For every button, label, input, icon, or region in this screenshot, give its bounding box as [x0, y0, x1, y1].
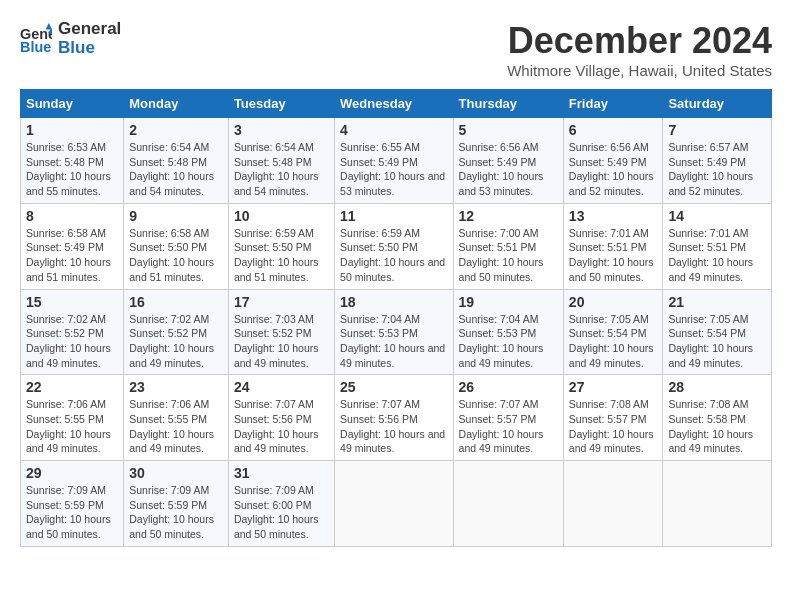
- day-number: 28: [668, 379, 766, 395]
- header-tuesday: Tuesday: [228, 90, 334, 118]
- day-sunrise: Sunrise: 7:09 AM: [234, 484, 314, 496]
- day-number: 18: [340, 294, 447, 310]
- day-sunrise: Sunrise: 7:06 AM: [129, 398, 209, 410]
- calendar-cell: 26Sunrise: 7:07 AMSunset: 5:57 PMDayligh…: [453, 375, 563, 461]
- svg-text:Blue: Blue: [20, 38, 51, 54]
- day-number: 31: [234, 465, 329, 481]
- calendar-cell: 15Sunrise: 7:02 AMSunset: 5:52 PMDayligh…: [21, 289, 124, 375]
- day-sunset: Sunset: 5:55 PM: [129, 413, 207, 425]
- header-friday: Friday: [563, 90, 663, 118]
- calendar-cell: 10Sunrise: 6:59 AMSunset: 5:50 PMDayligh…: [228, 203, 334, 289]
- day-number: 12: [459, 208, 558, 224]
- calendar-row: 29Sunrise: 7:09 AMSunset: 5:59 PMDayligh…: [21, 461, 772, 547]
- day-sunrise: Sunrise: 7:08 AM: [569, 398, 649, 410]
- calendar-cell: 14Sunrise: 7:01 AMSunset: 5:51 PMDayligh…: [663, 203, 772, 289]
- day-daylight: Daylight: 10 hours and 52 minutes.: [569, 170, 654, 197]
- day-number: 29: [26, 465, 118, 481]
- day-sunset: Sunset: 5:52 PM: [234, 327, 312, 339]
- day-sunset: Sunset: 5:52 PM: [129, 327, 207, 339]
- day-number: 4: [340, 122, 447, 138]
- day-daylight: Daylight: 10 hours and 50 minutes.: [129, 513, 214, 540]
- day-daylight: Daylight: 10 hours and 50 minutes.: [569, 256, 654, 283]
- day-sunrise: Sunrise: 7:07 AM: [234, 398, 314, 410]
- day-number: 9: [129, 208, 223, 224]
- day-daylight: Daylight: 10 hours and 49 minutes.: [26, 428, 111, 455]
- day-number: 21: [668, 294, 766, 310]
- day-sunrise: Sunrise: 6:56 AM: [459, 141, 539, 153]
- day-daylight: Daylight: 10 hours and 49 minutes.: [234, 428, 319, 455]
- day-sunset: Sunset: 5:49 PM: [459, 156, 537, 168]
- day-number: 27: [569, 379, 658, 395]
- day-daylight: Daylight: 10 hours and 54 minutes.: [129, 170, 214, 197]
- calendar-cell: 17Sunrise: 7:03 AMSunset: 5:52 PMDayligh…: [228, 289, 334, 375]
- day-sunset: Sunset: 5:57 PM: [459, 413, 537, 425]
- calendar-cell: 25Sunrise: 7:07 AMSunset: 5:56 PMDayligh…: [335, 375, 453, 461]
- day-daylight: Daylight: 10 hours and 50 minutes.: [26, 513, 111, 540]
- day-number: 10: [234, 208, 329, 224]
- day-sunset: Sunset: 5:51 PM: [459, 241, 537, 253]
- day-daylight: Daylight: 10 hours and 49 minutes.: [26, 342, 111, 369]
- header-wednesday: Wednesday: [335, 90, 453, 118]
- calendar-subtitle: Whitmore Village, Hawaii, United States: [507, 62, 772, 79]
- header-thursday: Thursday: [453, 90, 563, 118]
- day-daylight: Daylight: 10 hours and 49 minutes.: [459, 342, 544, 369]
- day-daylight: Daylight: 10 hours and 49 minutes.: [668, 428, 753, 455]
- day-sunrise: Sunrise: 7:04 AM: [340, 313, 420, 325]
- calendar-row: 22Sunrise: 7:06 AMSunset: 5:55 PMDayligh…: [21, 375, 772, 461]
- calendar-cell: 13Sunrise: 7:01 AMSunset: 5:51 PMDayligh…: [563, 203, 663, 289]
- day-sunrise: Sunrise: 7:03 AM: [234, 313, 314, 325]
- day-number: 14: [668, 208, 766, 224]
- calendar-cell: 7Sunrise: 6:57 AMSunset: 5:49 PMDaylight…: [663, 118, 772, 204]
- day-sunrise: Sunrise: 7:09 AM: [26, 484, 106, 496]
- header-saturday: Saturday: [663, 90, 772, 118]
- calendar-cell: 3Sunrise: 6:54 AMSunset: 5:48 PMDaylight…: [228, 118, 334, 204]
- day-sunset: Sunset: 5:51 PM: [569, 241, 647, 253]
- day-daylight: Daylight: 10 hours and 51 minutes.: [129, 256, 214, 283]
- day-number: 30: [129, 465, 223, 481]
- day-sunset: Sunset: 5:48 PM: [26, 156, 104, 168]
- day-sunset: Sunset: 5:48 PM: [129, 156, 207, 168]
- calendar-cell: 1Sunrise: 6:53 AMSunset: 5:48 PMDaylight…: [21, 118, 124, 204]
- calendar-row: 15Sunrise: 7:02 AMSunset: 5:52 PMDayligh…: [21, 289, 772, 375]
- day-sunrise: Sunrise: 7:07 AM: [459, 398, 539, 410]
- day-sunset: Sunset: 5:59 PM: [26, 499, 104, 511]
- calendar-cell: 24Sunrise: 7:07 AMSunset: 5:56 PMDayligh…: [228, 375, 334, 461]
- calendar-cell: [335, 461, 453, 547]
- calendar-cell: 9Sunrise: 6:58 AMSunset: 5:50 PMDaylight…: [124, 203, 229, 289]
- calendar-cell: 6Sunrise: 6:56 AMSunset: 5:49 PMDaylight…: [563, 118, 663, 204]
- day-daylight: Daylight: 10 hours and 49 minutes.: [234, 342, 319, 369]
- calendar-row: 1Sunrise: 6:53 AMSunset: 5:48 PMDaylight…: [21, 118, 772, 204]
- day-sunset: Sunset: 5:50 PM: [234, 241, 312, 253]
- header-monday: Monday: [124, 90, 229, 118]
- day-number: 20: [569, 294, 658, 310]
- day-sunrise: Sunrise: 7:09 AM: [129, 484, 209, 496]
- day-sunset: Sunset: 5:49 PM: [668, 156, 746, 168]
- day-number: 16: [129, 294, 223, 310]
- day-daylight: Daylight: 10 hours and 49 minutes.: [129, 342, 214, 369]
- day-sunrise: Sunrise: 7:02 AM: [26, 313, 106, 325]
- calendar-cell: 12Sunrise: 7:00 AMSunset: 5:51 PMDayligh…: [453, 203, 563, 289]
- calendar-cell: [663, 461, 772, 547]
- calendar-cell: 29Sunrise: 7:09 AMSunset: 5:59 PMDayligh…: [21, 461, 124, 547]
- day-number: 11: [340, 208, 447, 224]
- day-sunset: Sunset: 5:51 PM: [668, 241, 746, 253]
- day-sunset: Sunset: 5:58 PM: [668, 413, 746, 425]
- logo: General Blue General Blue: [20, 20, 121, 57]
- day-daylight: Daylight: 10 hours and 54 minutes.: [234, 170, 319, 197]
- calendar-cell: 23Sunrise: 7:06 AMSunset: 5:55 PMDayligh…: [124, 375, 229, 461]
- calendar-cell: [563, 461, 663, 547]
- day-daylight: Daylight: 10 hours and 49 minutes.: [668, 256, 753, 283]
- day-sunrise: Sunrise: 7:02 AM: [129, 313, 209, 325]
- day-sunset: Sunset: 5:50 PM: [129, 241, 207, 253]
- day-daylight: Daylight: 10 hours and 49 minutes.: [340, 342, 445, 369]
- day-sunrise: Sunrise: 6:54 AM: [129, 141, 209, 153]
- day-number: 7: [668, 122, 766, 138]
- page-header: General Blue General Blue December 2024 …: [20, 20, 772, 79]
- title-block: December 2024 Whitmore Village, Hawaii, …: [507, 20, 772, 79]
- calendar-cell: 16Sunrise: 7:02 AMSunset: 5:52 PMDayligh…: [124, 289, 229, 375]
- calendar-cell: 31Sunrise: 7:09 AMSunset: 6:00 PMDayligh…: [228, 461, 334, 547]
- day-sunrise: Sunrise: 7:05 AM: [569, 313, 649, 325]
- day-number: 3: [234, 122, 329, 138]
- calendar-cell: 18Sunrise: 7:04 AMSunset: 5:53 PMDayligh…: [335, 289, 453, 375]
- day-daylight: Daylight: 10 hours and 50 minutes.: [459, 256, 544, 283]
